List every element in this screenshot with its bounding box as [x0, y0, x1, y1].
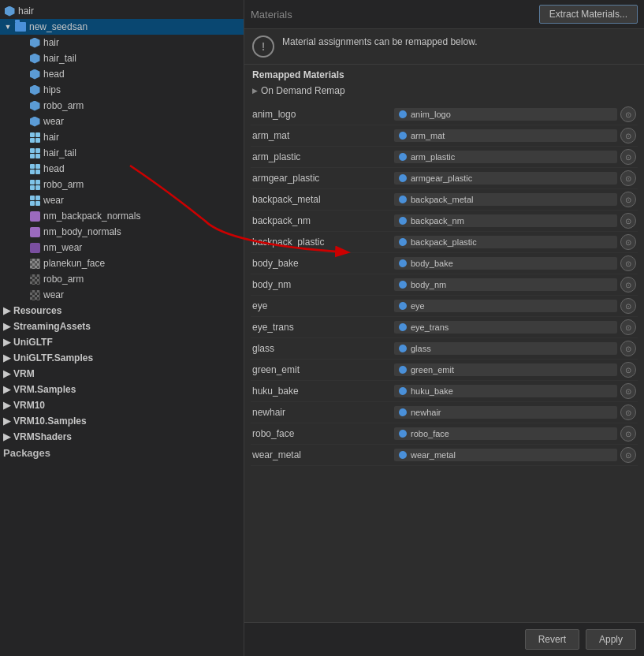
material-field[interactable]: backpack_plastic: [394, 236, 617, 248]
material-name: eye: [252, 300, 394, 311]
material-field[interactable]: body_bake: [394, 257, 617, 270]
tree-item-hair-2[interactable]: hair: [0, 129, 244, 145]
section-label-text: VRM.Samples: [13, 384, 76, 395]
extract-materials-button[interactable]: Extract Materials...: [539, 5, 638, 24]
tree-item-label: wear: [43, 195, 64, 206]
tree-item-hair-tail-1[interactable]: hair_tail: [0, 50, 244, 66]
section-vrm-samples[interactable]: ▶ VRM.Samples: [0, 382, 244, 397]
tree-item-robo-arm-1[interactable]: robo_arm: [0, 98, 244, 114]
tree-item-hair-tail-2[interactable]: hair_tail: [0, 145, 244, 161]
material-target-button[interactable]: ⊙: [620, 383, 636, 399]
tree-item-new-seedsan[interactable]: ▼ new_seedsan: [0, 19, 244, 35]
material-field[interactable]: huku_bake: [394, 385, 617, 397]
section-resources[interactable]: ▶ Resources: [0, 303, 244, 319]
tree-item-label: nm_backpack_normals: [43, 211, 140, 222]
material-target-button[interactable]: ⊙: [620, 319, 636, 335]
material-field[interactable]: newhair: [394, 406, 617, 419]
material-dot: [399, 430, 407, 438]
material-field[interactable]: wear_metal: [394, 449, 617, 461]
tree-item-nm-body[interactable]: nm_body_normals: [0, 224, 244, 240]
material-name: anim_logo: [252, 109, 394, 120]
tree-item-robo-arm-3[interactable]: robo_arm: [0, 271, 244, 287]
material-target-button[interactable]: ⊙: [620, 298, 636, 314]
tree-item-label: robo_arm: [43, 100, 84, 111]
material-target-button[interactable]: ⊙: [620, 213, 636, 229]
tree-item-robo-arm-2[interactable]: robo_arm: [0, 177, 244, 192]
material-target-button[interactable]: ⊙: [620, 192, 636, 207]
packages-section[interactable]: Packages: [0, 445, 244, 460]
material-field[interactable]: backpack_metal: [394, 193, 617, 206]
material-target-button[interactable]: ⊙: [620, 149, 636, 165]
on-demand-row[interactable]: ▶ On Demand Remap: [252, 84, 636, 98]
material-target-button[interactable]: ⊙: [620, 447, 636, 463]
material-target-button[interactable]: ⊙: [620, 362, 636, 378]
section-unigltf-samples[interactable]: ▶ UniGLTF.Samples: [0, 350, 244, 366]
material-target-button[interactable]: ⊙: [620, 255, 636, 271]
packages-label: Packages: [3, 447, 50, 459]
grid-icon: [28, 147, 41, 159]
tree-item-wear-2[interactable]: wear: [0, 192, 244, 208]
tree-item-label: hair_tail: [43, 53, 76, 64]
grid-icon: [28, 178, 41, 191]
section-vrm10[interactable]: ▶ VRM10: [0, 397, 244, 413]
material-value: arm_mat: [411, 131, 445, 140]
checker-dark-icon: [28, 273, 41, 285]
material-target-button[interactable]: ⊙: [620, 404, 636, 420]
tree-item-label: hips: [43, 84, 61, 95]
tree-item-label: planekun_face: [43, 258, 105, 269]
material-field[interactable]: robo_face: [394, 427, 617, 440]
material-field[interactable]: eye_trans: [394, 321, 617, 334]
material-row: wear_metal wear_metal ⊙: [251, 445, 638, 466]
tree-item-hips-1[interactable]: hips: [0, 82, 244, 98]
section-streaming[interactable]: ▶ StreamingAssets: [0, 319, 244, 334]
material-value: backpack_plastic: [411, 237, 477, 247]
material-dot: [399, 345, 407, 352]
section-vrm10-samples[interactable]: ▶ VRM10.Samples: [0, 413, 244, 429]
material-target-button[interactable]: ⊙: [620, 426, 636, 442]
material-field[interactable]: green_emit: [394, 363, 617, 376]
material-name: body_nm: [252, 279, 394, 290]
material-target-button[interactable]: ⊙: [620, 277, 636, 293]
material-field[interactable]: arm_mat: [394, 129, 617, 142]
section-label-text: StreamingAssets: [13, 321, 91, 332]
material-field[interactable]: arm_plastic: [394, 151, 617, 163]
info-box: ! Material assignments can be remapped b…: [244, 29, 644, 65]
section-unigltf[interactable]: ▶ UniGLTF: [0, 334, 244, 350]
material-dot: [399, 174, 407, 182]
material-value: robo_face: [411, 429, 449, 438]
material-target-button[interactable]: ⊙: [620, 106, 636, 122]
material-row: armgear_plastic armgear_plastic ⊙: [251, 168, 638, 189]
tree-item-hair-1[interactable]: hair: [0, 35, 244, 50]
material-dot: [399, 238, 407, 246]
material-target-button[interactable]: ⊙: [620, 170, 636, 186]
purple-icon: [28, 210, 41, 222]
material-field[interactable]: eye: [394, 300, 617, 312]
section-vrmshaders[interactable]: ▶ VRMShaders: [0, 429, 244, 445]
tree-item-head-1[interactable]: head: [0, 66, 244, 82]
section-label-text: Resources: [13, 305, 61, 316]
material-target-button[interactable]: ⊙: [620, 128, 636, 144]
material-row: arm_plastic arm_plastic ⊙: [251, 147, 638, 168]
tree-item-hair-top[interactable]: hair: [0, 3, 244, 19]
material-name: arm_plastic: [252, 151, 394, 162]
section-vrm[interactable]: ▶ VRM: [0, 366, 244, 382]
revert-button[interactable]: Revert: [525, 629, 579, 650]
tree-item-wear-1[interactable]: wear: [0, 114, 244, 129]
tree-item-label: hair: [18, 6, 34, 17]
material-target-button[interactable]: ⊙: [620, 234, 636, 250]
tree-item-nm-backpack[interactable]: nm_backpack_normals: [0, 208, 244, 224]
tree-item-nm-wear[interactable]: nm_wear: [0, 240, 244, 255]
material-field[interactable]: glass: [394, 342, 617, 355]
material-field[interactable]: backpack_nm: [394, 214, 617, 227]
tree-item-head-2[interactable]: head: [0, 161, 244, 177]
material-field[interactable]: body_nm: [394, 278, 617, 291]
material-target-button[interactable]: ⊙: [620, 341, 636, 356]
mesh-icon: [28, 84, 41, 96]
tree-item-label: nm_body_normals: [43, 226, 121, 237]
tree-item-planekun[interactable]: planekun_face: [0, 255, 244, 271]
material-field[interactable]: armgear_plastic: [394, 172, 617, 184]
apply-button[interactable]: Apply: [586, 629, 636, 650]
material-field[interactable]: anim_logo: [394, 108, 617, 121]
tree-item-wear-3[interactable]: wear: [0, 287, 244, 303]
section-arrow: ▶: [3, 352, 10, 363]
